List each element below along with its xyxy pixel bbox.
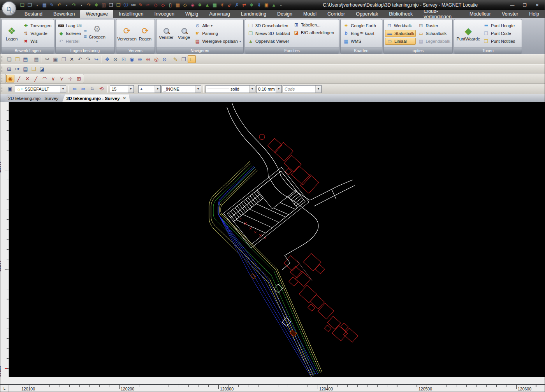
menu-help[interactable]: Help <box>524 10 545 18</box>
tabellen-button[interactable]: ⊞Tabellen... <box>292 21 335 28</box>
redo-icon[interactable]: ↷ <box>71 2 77 9</box>
zoom-window-icon[interactable]: ⊡ <box>120 55 128 63</box>
undo-icon[interactable]: ↶ <box>56 2 63 9</box>
delete-icon[interactable]: ✕ <box>68 55 76 63</box>
open-file-icon[interactable]: ❐ <box>26 2 33 9</box>
edit-text-icon[interactable]: EDIT <box>145 2 151 9</box>
lineweight-select[interactable]: 0.10 mm ▾ <box>256 85 282 93</box>
layer-select[interactable]: ☼ ⊓ SSDEFAULT ▾ <box>15 85 66 93</box>
layers-icon[interactable]: ❖ <box>93 2 100 9</box>
orange-box-icon[interactable]: ▣ <box>263 2 270 9</box>
tab-3d-tekening[interactable]: 3D tekening.mjo - Survey ✕ <box>62 94 130 102</box>
zoom-center-icon[interactable]: ◎ <box>152 55 160 63</box>
werkbalk-toggle[interactable]: ⊟Werkbalk <box>385 22 416 29</box>
lagen-button[interactable]: ❖ Lagen <box>3 20 21 47</box>
columns-icon[interactable]: ▥ <box>100 2 107 9</box>
menu-bestand[interactable]: Bestand <box>19 10 48 18</box>
snap-grid-icon[interactable]: ⊞ <box>75 75 83 82</box>
red-pen-icon[interactable]: ✎ <box>137 2 144 9</box>
zoom-extents-icon[interactable]: ⊜ <box>160 55 169 63</box>
menu-oppervlak[interactable]: Oppervlak <box>350 10 383 18</box>
undo-dropdown-icon[interactable]: ▾ <box>63 2 70 9</box>
cut-icon[interactable]: ✂ <box>43 55 51 63</box>
save-icon[interactable]: ▤ <box>21 55 30 63</box>
menu-instellingen[interactable]: Instellingen <box>113 10 149 18</box>
snap-node-icon[interactable]: ⊹ <box>66 75 74 82</box>
hill-icon[interactable]: ▲ <box>204 2 211 9</box>
punt-hoogte-toggle[interactable]: ☰Punt Hoogte <box>482 22 516 29</box>
tree-icon[interactable]: ✳ <box>219 2 225 9</box>
download-icon[interactable]: ⇓ <box>256 2 262 9</box>
isoleren-button[interactable]: ◆Isoleren <box>57 30 83 37</box>
layer-back-icon[interactable]: ⇦ <box>70 85 79 93</box>
ruler-toggle-icon[interactable]: ∟ <box>188 55 196 63</box>
new-file-icon[interactable]: ❏ <box>19 2 26 9</box>
app-menu-button[interactable]: 🗋 M <box>2 1 16 16</box>
zoom-out-icon[interactable]: ⊖ <box>144 55 152 63</box>
laag-uit-button[interactable]: OFFLaag Uit <box>57 22 83 29</box>
redo-icon[interactable]: ↷ <box>84 55 92 63</box>
x-all-icon[interactable]: ✗ <box>234 2 240 9</box>
all-arrow-icon[interactable]: ⇙ <box>226 2 233 9</box>
abc-text-icon[interactable]: ABC <box>130 2 137 9</box>
snap-arc-icon[interactable]: ◠ <box>40 75 49 82</box>
panning-button[interactable]: ☛Panning <box>193 30 242 37</box>
paste-icon[interactable]: ❐ <box>60 55 68 63</box>
save-icon[interactable]: ▤ <box>41 2 48 9</box>
minimize-button[interactable]: — <box>506 2 518 9</box>
nieuw-3d-tabblad-button[interactable]: ❒Nieuw 3D Tabblad <box>246 30 291 37</box>
pan-icon[interactable]: ✥ <box>103 55 111 63</box>
menu-modelleur[interactable]: Modelleur <box>464 10 496 18</box>
snap-midpoint-icon[interactable]: ╱ <box>32 75 40 82</box>
text-size-select[interactable]: 15 ▾ <box>110 85 134 93</box>
chevron-down-icon[interactable]: ▾ <box>315 86 321 93</box>
leaf-icon[interactable]: ❖ <box>197 2 203 9</box>
menu-aanvraag[interactable]: Aanvraag <box>204 10 236 18</box>
chevron-down-icon[interactable]: ▾ <box>155 86 160 93</box>
new-icon[interactable]: ❏ <box>5 55 13 63</box>
zoom-venster-button[interactable]: Venster <box>158 20 175 47</box>
close-tab-icon[interactable]: ✕ <box>123 96 126 100</box>
edit-pen-icon[interactable]: ✎ <box>49 2 55 9</box>
chevron-down-icon[interactable]: ▾ <box>276 86 281 93</box>
puntwaarde-button[interactable]: ◆ PuntWaarde <box>455 20 481 47</box>
punt-code-toggle[interactable]: ❒Punt Code <box>482 30 516 37</box>
print-icon[interactable]: ▦ <box>32 55 40 63</box>
document-icon[interactable]: ❒ <box>108 2 114 9</box>
info-icon[interactable]: ⓘ <box>123 2 129 9</box>
qat-overflow-icon[interactable]: ⌄ <box>280 3 283 7</box>
point-marker-select[interactable]: + ▾ <box>138 85 161 93</box>
redo-dropdown-icon[interactable]: ▾ <box>78 2 85 9</box>
diamond-icon[interactable]: ◇ <box>152 2 159 9</box>
close-button[interactable]: ✕ <box>531 2 543 9</box>
snap-intersection-icon[interactable]: ✕ <box>23 75 32 82</box>
layer-states-icon[interactable]: ≋ <box>88 85 97 93</box>
3d-omschakelen-button[interactable]: ❒3D Omschakelen <box>246 22 291 29</box>
chevron-down-icon[interactable]: ▾ <box>249 86 255 93</box>
snap-endpoint-icon[interactable]: ╱ <box>15 75 23 82</box>
select-icon[interactable]: ↪ <box>92 55 100 63</box>
oppervlak-viewer-button[interactable]: ▲Oppervlak Viewer <box>246 38 291 45</box>
raster-toggle[interactable]: ⊞Raster <box>417 22 451 29</box>
toolbar-grip[interactable] <box>2 66 4 72</box>
copy-icon[interactable]: ▣ <box>51 55 60 63</box>
layer-restore-icon[interactable]: ⟲ <box>97 85 105 93</box>
maximize-button[interactable]: ❐ <box>519 2 531 9</box>
toevoegen-button[interactable]: ✚Toevoegen <box>21 22 53 29</box>
snap-nearest-icon[interactable]: ∨ <box>49 75 57 82</box>
repeat-icon[interactable]: ↷ <box>86 2 92 9</box>
schaalbalk-toggle[interactable]: ▭Schaalbalk <box>417 30 451 37</box>
toolbar-grip[interactable] <box>2 56 4 63</box>
linetype-select[interactable]: solid ▾ <box>206 85 255 93</box>
punt-notities-toggle[interactable]: ❒Punt Notities <box>482 38 516 45</box>
point-notes-icon[interactable]: ❒ <box>30 65 38 73</box>
surface-icon[interactable]: ❖ <box>248 2 255 9</box>
point-height-icon[interactable]: HT <box>13 65 21 73</box>
toolbar-grip[interactable] <box>2 86 4 93</box>
snap-point-icon[interactable]: ◉ <box>6 75 14 82</box>
menu-venster[interactable]: Venster <box>496 10 524 18</box>
layer-list-down-icon[interactable]: ≣ <box>84 34 87 38</box>
hatch-box-icon[interactable]: ▦ <box>174 2 181 9</box>
layer-list-up-icon[interactable]: ≣ <box>84 29 87 33</box>
bg-afbeeldingen-button[interactable]: ◪B/G afbeeldingen <box>292 29 335 36</box>
